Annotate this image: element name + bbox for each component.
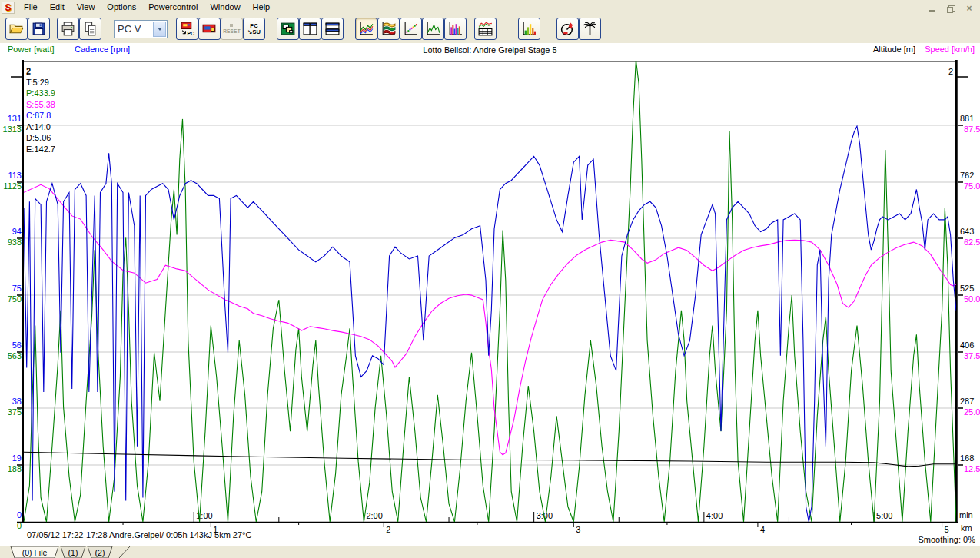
speed-tick-label: 12.5: [964, 464, 980, 473]
srm-training-software-window: { "menu": {"items": ["File", "Edit", "Vi…: [0, 0, 980, 558]
smoothing-indicator: Smoothing: 0%: [918, 535, 975, 544]
tab-label: (0) File: [22, 548, 48, 557]
power-tick-label: 0: [17, 521, 22, 530]
bars-chart-icon: [447, 21, 463, 37]
toolbar-gap: [497, 28, 518, 29]
save-button[interactable]: [28, 18, 50, 40]
overlay-value-line: T:5:29: [26, 77, 55, 88]
power-tick-label: 563: [8, 351, 22, 360]
powercontrol-select[interactable]: PC V: [114, 20, 168, 38]
open-icon: [8, 21, 25, 37]
cursor-values-overlay: 2T:5:29P:433.9S:55.38C:87.8A:14.0D:5.06E…: [26, 65, 55, 154]
overlay-value-line: S:55.38: [26, 99, 55, 111]
menu-items: FileEditViewOptionsPowercontrolWindowHel…: [18, 0, 276, 15]
copy-icon: [82, 21, 98, 37]
menu-item-powercontrol[interactable]: Powercontrol: [142, 1, 204, 14]
menu-item-file[interactable]: File: [18, 1, 44, 14]
toolbar-gap: [344, 28, 355, 29]
pedal-analysis-button[interactable]: [556, 18, 579, 40]
tile-horizontal-icon: [324, 21, 341, 37]
menu-item-help[interactable]: Help: [247, 1, 277, 14]
toolbar-gap: [101, 28, 114, 29]
cadence-tick-label: 113: [8, 171, 22, 180]
minimize-icon: [929, 10, 935, 12]
tile-horizontal-button[interactable]: [321, 18, 344, 40]
chart-plot[interactable]: 2213113131131125949387575056563383751918…: [0, 43, 980, 546]
line-chart-icon: [358, 21, 374, 37]
tab-label: (2): [95, 548, 105, 557]
print-icon: [60, 21, 76, 37]
chart-table-button[interactable]: [474, 18, 497, 40]
interval-marker-right: 2: [948, 67, 953, 76]
altitude-series: [24, 452, 956, 467]
reset-button[interactable]: RESET: [221, 18, 243, 40]
close-button[interactable]: ×: [961, 2, 978, 15]
overlay-value-line: P:433.9: [26, 88, 55, 99]
stacked-chart-icon: [380, 21, 397, 37]
menu-item-options[interactable]: Options: [101, 1, 142, 14]
toolbar-gap: [540, 28, 556, 29]
pc-download-button[interactable]: PC: [176, 18, 198, 40]
scatter-chart-icon: [403, 21, 419, 37]
copy-button[interactable]: [79, 18, 101, 40]
menu-item-edit[interactable]: Edit: [44, 1, 71, 14]
open-button[interactable]: [5, 18, 28, 40]
power-series: [24, 60, 956, 522]
tree-button[interactable]: [579, 18, 601, 40]
pc-su-button[interactable]: PC↘SU: [243, 18, 265, 40]
restore-button[interactable]: [942, 2, 959, 15]
cadence-tick-label: 131: [8, 114, 22, 123]
tile-vertical-button[interactable]: [299, 18, 321, 40]
pc-memory-icon: [201, 21, 218, 37]
power-tick-label: 1313: [3, 125, 22, 134]
power-tick-label: 375: [8, 407, 22, 417]
toolbar-gap: [467, 28, 474, 29]
powercontrol-select-value: PC V: [115, 23, 152, 35]
time-tick-label: 4:00: [706, 511, 723, 520]
cascade-button[interactable]: [277, 18, 299, 40]
stacked-chart-button[interactable]: [377, 18, 400, 40]
svg-text:PC: PC: [188, 31, 195, 36]
reset-icon: RESET: [223, 24, 241, 35]
km-tick-label: 5: [945, 525, 949, 534]
save-icon: [31, 21, 47, 37]
overlay-value-line: D:5.06: [26, 132, 55, 144]
minimize-button[interactable]: [924, 2, 941, 15]
histogram-button[interactable]: [518, 18, 540, 40]
print-button[interactable]: [57, 18, 79, 40]
menu-bar: S FileEditViewOptionsPowercontrolWindowH…: [0, 0, 980, 15]
altitude-tick-label: 168: [960, 453, 974, 463]
cadence-tick-label: 0: [17, 510, 22, 520]
power-tick-label: 1125: [3, 181, 22, 191]
close-icon: ×: [966, 4, 972, 13]
chevron-down-icon[interactable]: [153, 22, 166, 37]
srm-app-icon: S: [2, 2, 15, 14]
altitude-tick-label: 406: [960, 340, 974, 350]
km-tick-label: 4: [760, 525, 765, 534]
altitude-tick-label: 762: [960, 171, 974, 180]
menu-item-window[interactable]: Window: [204, 1, 246, 14]
scatter-chart-button[interactable]: [400, 18, 422, 40]
time-tick-label: 5:00: [876, 511, 892, 520]
pc-memory-button[interactable]: [198, 18, 221, 40]
tab-label: (1): [68, 548, 78, 557]
altitude-tick-label: 287: [960, 397, 974, 406]
line-chart-button[interactable]: [355, 18, 377, 40]
altitude-tick-label: 643: [960, 227, 974, 236]
overlay-value-line: 2: [26, 65, 55, 77]
toolbar-gap: [168, 28, 176, 29]
overlay-value-line: C:87.8: [26, 110, 55, 121]
speed-tick-label: 37.5: [964, 351, 980, 360]
speed-tick-label: 50.0: [964, 294, 980, 304]
histogram-icon: [521, 21, 537, 37]
speed-tick-label: 75.0: [964, 181, 980, 191]
altitude-tick-label: 881: [960, 114, 974, 123]
bars-chart-button[interactable]: [444, 18, 467, 40]
profile-chart-button[interactable]: [422, 18, 444, 40]
toolbar: PC VPCRESETPC↘SU: [0, 15, 980, 43]
pedal-analysis-icon: [560, 21, 576, 37]
overlay-value-line: A:14.0: [26, 121, 55, 133]
menu-item-view[interactable]: View: [71, 1, 101, 14]
overlay-value-line: E:142.7: [26, 144, 55, 155]
tree-icon: [582, 21, 598, 37]
